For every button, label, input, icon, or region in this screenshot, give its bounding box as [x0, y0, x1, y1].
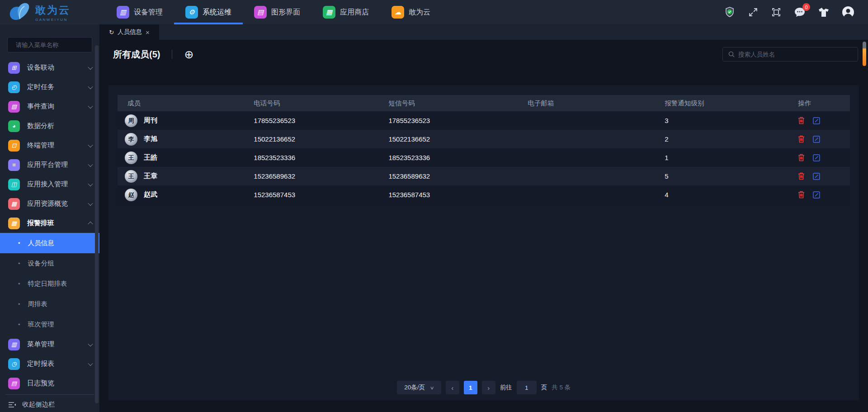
sidebar-item[interactable]: ▧ 事件查询 [0, 97, 99, 116]
sidebar-group: ⊞ 设备联动 [0, 58, 99, 77]
sidebar-subitem-label: 周排表 [28, 300, 48, 308]
column-header: 电话号码 [254, 99, 388, 108]
delete-icon[interactable] [798, 172, 805, 180]
sidebar-item[interactable]: ◕ 数据分析 [0, 116, 99, 136]
sidebar-item-icon: ▦ [8, 218, 20, 229]
message-icon[interactable]: 0 [794, 7, 806, 18]
refresh-icon[interactable]: ↻ [109, 29, 114, 36]
sidebar-item-label: 定时报表 [27, 360, 54, 368]
member-avatar: 赵 [125, 189, 137, 201]
delete-icon[interactable] [798, 191, 805, 199]
theme-shirt-icon[interactable] [818, 7, 830, 18]
table-row: 周 周刊 17855236523 17855236523 3 [118, 111, 850, 130]
screenshot-frame-icon[interactable] [771, 7, 782, 18]
goto-page-input[interactable] [517, 381, 537, 394]
current-page-button[interactable]: 1 [464, 381, 477, 394]
user-avatar-icon[interactable] [842, 6, 854, 19]
chevron-icon [88, 142, 93, 147]
top-navigation: ▥ 设备管理 ⚙ 系统运维 ▤ 图形界面 ▦ 应用商店 ☁ 敢为云 [105, 0, 442, 24]
tab-personnel-info[interactable]: ↻ 人员信息 × [99, 24, 159, 40]
sidebar-item-icon: ⊡ [8, 140, 20, 152]
topnav-item-label: 设备管理 [134, 8, 163, 17]
edit-icon[interactable] [813, 117, 820, 124]
edit-icon[interactable] [813, 136, 820, 143]
sidebar-item[interactable]: ⊡ 终端管理 [0, 136, 99, 155]
actions-cell [798, 154, 850, 161]
member-avatar: 王 [125, 170, 137, 183]
topnav-item-label: 敢为云 [409, 8, 430, 17]
prev-page-button[interactable]: ‹ [446, 381, 459, 394]
topnav-item-icon: ☁ [392, 6, 404, 19]
edit-icon[interactable] [813, 154, 820, 161]
topnav-item[interactable]: ☁ 敢为云 [380, 0, 442, 24]
sidebar-item-icon: ▧ [8, 101, 20, 113]
sidebar-subitem[interactable]: • 周排表 [0, 294, 99, 314]
column-header: 操作 [798, 99, 850, 108]
chevron-icon [88, 341, 93, 346]
sidebar-item[interactable]: ◫ 应用接入管理 [0, 175, 99, 194]
sidebar-search[interactable] [7, 37, 92, 52]
actions-cell [798, 191, 850, 199]
sidebar-scrollbar[interactable] [95, 45, 99, 403]
topnav-item[interactable]: ▤ 图形界面 [243, 0, 311, 24]
sidebar-item-label: 应用资源概览 [27, 199, 68, 208]
member-name: 王皓 [144, 153, 157, 162]
topnav-item[interactable]: ▥ 设备管理 [105, 0, 174, 24]
sidebar-item[interactable]: ⊞ 设备联动 [0, 58, 99, 77]
security-shield-icon[interactable] [724, 6, 736, 18]
collapse-sidebar-button[interactable]: 收起侧边栏 [5, 394, 94, 412]
sidebar-item[interactable]: ◷ 定时报表 [0, 354, 99, 374]
sidebar-item[interactable]: ≡ 应用平台管理 [0, 155, 99, 175]
fullscreen-icon[interactable] [748, 7, 759, 18]
sidebar-item[interactable]: ▩ 应用资源概览 [0, 194, 99, 213]
sidebar-item[interactable]: ◴ 定时任务 [0, 77, 99, 97]
member-search[interactable] [722, 47, 858, 62]
sidebar-group: ◫ 应用接入管理 [0, 175, 99, 194]
sidebar-item[interactable]: ▥ 菜单管理 [0, 335, 99, 354]
edit-icon[interactable] [813, 191, 820, 199]
sidebar-subitem-label: 人员信息 [28, 239, 54, 247]
sidebar-group: ◷ 定时报表 [0, 354, 99, 374]
tab-label: 人员信息 [118, 28, 142, 36]
sidebar-subitem[interactable]: • 设备分组 [0, 253, 99, 274]
close-icon[interactable]: × [146, 28, 150, 36]
next-page-button[interactable]: › [482, 381, 495, 394]
topnav-item-label: 应用商店 [340, 8, 369, 17]
add-member-button[interactable]: ⊕ [184, 49, 193, 60]
sidebar-item[interactable]: ▦ 报警排班 [0, 213, 99, 233]
sidebar-item-label: 应用接入管理 [27, 180, 68, 189]
sidebar-item[interactable]: ▤ 日志预览 [0, 374, 99, 393]
pagination: 20条/页 ∨ ‹ 1 › 前往 页 共 5 条 [108, 381, 859, 394]
sidebar-group: ▤ 日志预览 [0, 374, 99, 393]
delete-icon[interactable] [798, 135, 805, 143]
actions-cell [798, 135, 850, 143]
member-search-input[interactable] [738, 51, 852, 58]
sidebar-item-label: 报警排班 [27, 219, 54, 227]
table-header: 成员电话号码短信号码电子邮箱报警通知级别操作 [118, 95, 850, 111]
page-size-select[interactable]: 20条/页 ∨ [397, 381, 441, 394]
topnav-item[interactable]: ▦ 应用商店 [311, 0, 380, 24]
member-cell: 赵 赵武 [118, 189, 254, 201]
search-icon [728, 51, 735, 57]
member-cell: 王 王皓 [118, 152, 254, 164]
delete-icon[interactable] [798, 154, 805, 161]
topbar: 敢为云 GANWEIYUN ▥ 设备管理 ⚙ 系统运维 ▤ 图形界面 ▦ 应用商… [0, 0, 868, 24]
page-scrollbar[interactable] [863, 42, 866, 66]
member-name: 周刊 [144, 116, 157, 125]
sidebar-group: ⊡ 终端管理 [0, 136, 99, 155]
member-avatar: 周 [125, 114, 137, 127]
sidebar-item-label: 设备联动 [27, 63, 54, 72]
sidebar-children: • 人员信息 • 设备分组 • 特定日期排表 • 周排表 • 班次管理 [0, 233, 99, 335]
edit-icon[interactable] [813, 173, 820, 180]
sidebar-subitem[interactable]: • 特定日期排表 [0, 274, 99, 294]
table-row: 李 李旭 15022136652 15022136652 2 [118, 130, 850, 148]
delete-icon[interactable] [798, 117, 805, 124]
member-cell: 王 王章 [118, 170, 254, 183]
sidebar-search-input[interactable] [16, 42, 96, 48]
sidebar-subitem[interactable]: • 班次管理 [0, 314, 99, 335]
tab-bar: ↻ 人员信息 × [99, 24, 868, 40]
page-unit-label: 页 [541, 384, 547, 392]
divider [172, 50, 172, 59]
sidebar-subitem[interactable]: • 人员信息 [0, 233, 99, 253]
topnav-item[interactable]: ⚙ 系统运维 [174, 0, 243, 24]
